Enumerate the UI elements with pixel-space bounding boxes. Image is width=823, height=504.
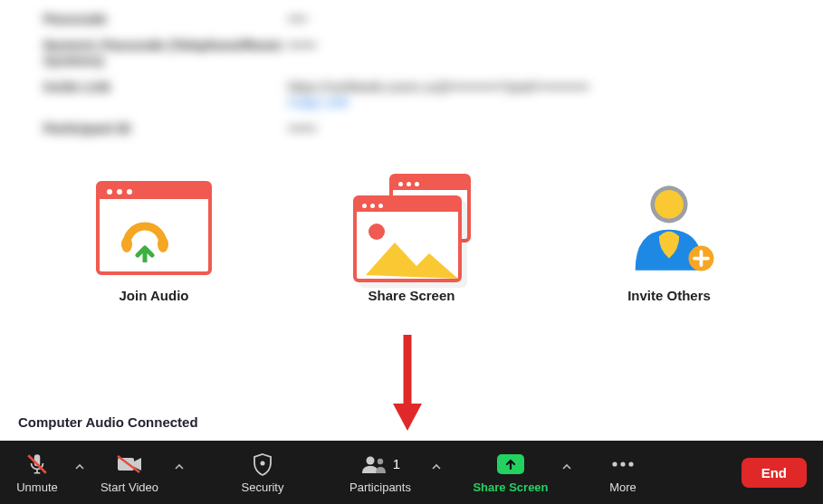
svg-point-12 xyxy=(378,458,383,463)
security-label: Security xyxy=(242,480,284,494)
invite-others-card[interactable]: Invite Others xyxy=(560,183,778,303)
join-audio-label: Join Audio xyxy=(120,288,189,303)
meeting-info-value: •••• xyxy=(288,11,780,26)
share-screen-card[interactable]: Share Screen xyxy=(303,183,521,303)
audio-status-text: Computer Audio Connected xyxy=(18,414,198,430)
meeting-info-label: Invite Link xyxy=(43,79,288,109)
unmute-label: Unmute xyxy=(16,480,58,494)
microphone-muted-icon xyxy=(25,452,49,477)
svg-marker-6 xyxy=(393,404,422,431)
svg-point-14 xyxy=(620,461,625,466)
video-options-chevron[interactable] xyxy=(168,435,190,499)
security-button[interactable]: Security xyxy=(226,441,299,504)
video-off-icon xyxy=(116,452,143,477)
svg-point-10 xyxy=(261,461,265,465)
invite-others-label: Invite Others xyxy=(627,288,711,303)
svg-point-0 xyxy=(121,236,132,252)
svg-point-15 xyxy=(628,461,633,466)
meeting-toolbar: Unmute Start Video Security xyxy=(0,441,823,504)
svg-rect-8 xyxy=(118,458,134,471)
share-options-chevron[interactable] xyxy=(556,435,578,499)
svg-point-3 xyxy=(655,190,684,219)
more-label: More xyxy=(609,480,636,494)
participants-options-chevron[interactable] xyxy=(426,435,447,499)
participants-label: Participants xyxy=(349,480,411,494)
copy-link[interactable]: Copy Link xyxy=(288,94,349,109)
start-video-label: Start Video xyxy=(100,480,158,494)
invite-link-text: https://us06web.zoom.us/j/•••••••••••?pw… xyxy=(288,79,589,94)
share-screen-button[interactable]: Share Screen xyxy=(465,441,556,504)
action-cards: Join Audio Share Screen xyxy=(0,165,823,303)
unmute-button[interactable]: Unmute xyxy=(5,441,69,504)
share-screen-label: Share Screen xyxy=(368,288,455,303)
meeting-info-value: •••••• xyxy=(288,120,780,136)
meeting-info-label: Passcode xyxy=(43,11,288,26)
meeting-info-value: https://us06web.zoom.us/j/•••••••••••?pw… xyxy=(288,79,780,109)
share-screen-toolbar-icon xyxy=(497,452,524,477)
join-audio-card[interactable]: Join Audio xyxy=(45,183,263,303)
share-screen-toolbar-label: Share Screen xyxy=(473,480,548,494)
meeting-info-label: Numeric Passcode (Telephone/Room Systems… xyxy=(43,37,288,68)
more-button[interactable]: More xyxy=(596,441,650,504)
start-video-button[interactable]: Start Video xyxy=(91,441,168,504)
participants-count: 1 xyxy=(393,456,400,471)
end-button[interactable]: End xyxy=(742,458,807,488)
more-icon xyxy=(611,452,635,477)
shield-icon xyxy=(252,452,273,477)
audio-options-chevron[interactable] xyxy=(69,435,91,499)
svg-point-11 xyxy=(366,456,374,464)
svg-point-1 xyxy=(158,236,168,252)
svg-point-2 xyxy=(368,223,385,240)
invite-others-icon xyxy=(618,177,720,279)
join-audio-icon xyxy=(96,181,212,275)
participants-icon: 1 xyxy=(360,452,400,477)
meeting-info-panel: Passcode •••• Numeric Passcode (Telephon… xyxy=(0,0,823,165)
meeting-info-value: •••••• xyxy=(288,37,780,68)
svg-point-13 xyxy=(612,461,617,466)
share-screen-icon xyxy=(353,174,471,282)
annotation-arrow-icon xyxy=(389,335,426,434)
participants-button[interactable]: 1 Participants xyxy=(335,441,426,504)
meeting-info-label: Participant ID xyxy=(43,120,288,136)
